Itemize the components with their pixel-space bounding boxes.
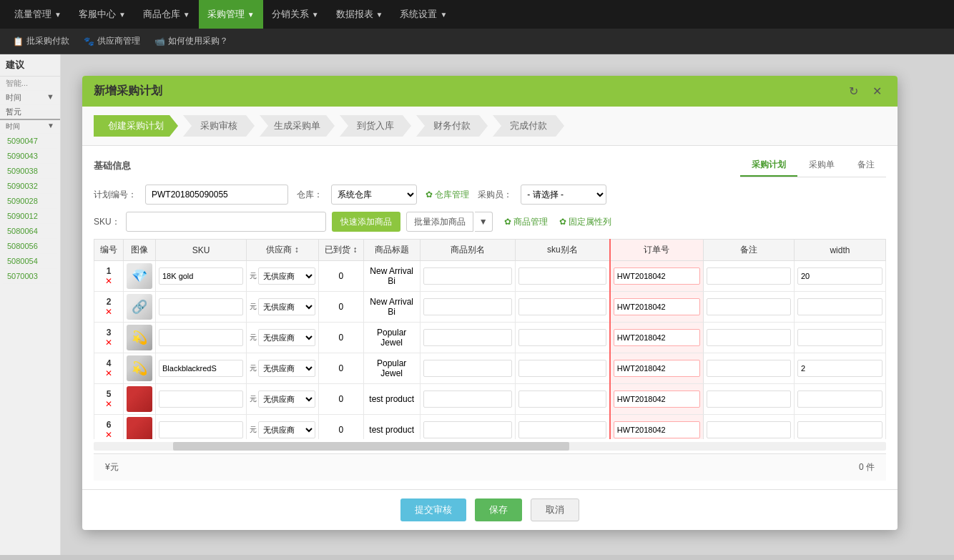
supplier-select[interactable]: 无供应商 (258, 360, 315, 377)
cell-alias[interactable] (420, 415, 515, 440)
order-no-field[interactable] (614, 267, 700, 285)
subnav-item-payment[interactable]: 📋 批采购付款 (6, 29, 77, 54)
cell-alias[interactable] (420, 261, 515, 292)
sku-alias-field[interactable] (518, 360, 606, 377)
order-no-field[interactable] (614, 360, 700, 377)
cell-supplier[interactable]: 元无供应商 (247, 415, 319, 440)
cell-alias[interactable] (420, 323, 515, 353)
cell-remark[interactable] (703, 353, 794, 384)
width-field[interactable] (797, 329, 882, 346)
nav-item-purchase[interactable]: 采购管理 ▼ (199, 0, 263, 29)
cell-alias[interactable] (420, 292, 515, 323)
cell-width[interactable] (794, 415, 885, 440)
remark-field[interactable] (707, 360, 791, 377)
cell-remark[interactable] (703, 261, 794, 292)
close-button[interactable]: ✕ (868, 83, 886, 99)
sidebar-id[interactable]: 5090047 (7, 137, 38, 145)
buyer-select[interactable]: - 请选择 - (521, 185, 606, 205)
horizontal-scrollbar[interactable] (94, 442, 886, 451)
sku-alias-field[interactable] (518, 298, 606, 315)
tab-备注[interactable]: 备注 (846, 154, 886, 177)
supplier-select[interactable]: 无供应商 (258, 298, 315, 315)
sidebar-id[interactable]: 5090012 (7, 212, 38, 220)
step-1[interactable]: 采购审核 (183, 115, 255, 137)
product-mgmt-button[interactable]: ✿ 商品管理 (504, 216, 548, 228)
tab-采购单[interactable]: 采购单 (797, 154, 846, 177)
supplier-select[interactable]: 无供应商 (258, 329, 315, 346)
order-no-field[interactable] (614, 298, 700, 315)
remark-field[interactable] (707, 329, 791, 346)
sidebar-id[interactable]: 5080064 (7, 227, 38, 235)
cell-sku-alias[interactable] (516, 323, 610, 353)
refresh-button[interactable]: ↻ (845, 83, 862, 99)
sidebar-id[interactable]: 5090032 (7, 182, 38, 190)
cell-width[interactable] (794, 384, 885, 415)
sidebar-id[interactable]: 5090038 (7, 167, 38, 175)
quick-add-button[interactable]: 快速添加商品 (332, 212, 400, 232)
order-no-field[interactable] (614, 421, 700, 438)
sku-alias-field[interactable] (518, 421, 606, 438)
cell-sku[interactable] (156, 323, 247, 353)
width-field[interactable] (797, 267, 882, 285)
cell-width[interactable] (794, 323, 885, 353)
cell-order-no[interactable] (610, 384, 704, 415)
cell-alias[interactable] (420, 353, 515, 384)
supplier-select[interactable]: 无供应商 (258, 421, 315, 438)
cell-width[interactable] (794, 292, 885, 323)
delete-row-icon[interactable]: ✕ (97, 399, 120, 409)
batch-add-dropdown[interactable]: ▼ (475, 212, 493, 232)
save-button[interactable]: 保存 (475, 498, 522, 521)
step-3[interactable]: 到货入库 (340, 115, 411, 137)
cell-remark[interactable] (703, 292, 794, 323)
warehouse-select[interactable]: 系统仓库 (331, 185, 417, 205)
sku-input[interactable] (126, 212, 326, 232)
cell-supplier[interactable]: 元无供应商 (247, 292, 319, 323)
tab-采购计划[interactable]: 采购计划 (740, 154, 797, 177)
cell-sku[interactable] (156, 384, 247, 415)
remark-field[interactable] (707, 267, 791, 285)
alias-field[interactable] (423, 329, 512, 346)
sidebar-id[interactable]: 5080054 (7, 257, 38, 265)
width-field[interactable] (797, 360, 882, 377)
alias-field[interactable] (423, 390, 512, 408)
order-no-field[interactable] (614, 329, 700, 346)
nav-item-customer[interactable]: 客服中心 ▼ (70, 0, 134, 29)
cell-remark[interactable] (703, 323, 794, 353)
sku-field[interactable] (159, 390, 243, 408)
delete-row-icon[interactable]: ✕ (97, 338, 120, 348)
alias-field[interactable] (423, 267, 512, 285)
sku-alias-field[interactable] (518, 267, 606, 285)
delete-row-icon[interactable]: ✕ (97, 276, 120, 286)
cell-order-no[interactable] (610, 323, 704, 353)
warehouse-mgmt-button[interactable]: ✿ 仓库管理 (426, 189, 469, 201)
sidebar-id[interactable]: 5090043 (7, 152, 38, 160)
cell-sku[interactable] (156, 292, 247, 323)
cell-sku[interactable] (156, 353, 247, 384)
cell-sku-alias[interactable] (516, 353, 610, 384)
supplier-select[interactable]: 无供应商 (258, 267, 315, 285)
sku-alias-field[interactable] (518, 329, 606, 346)
width-field[interactable] (797, 298, 882, 315)
cell-supplier[interactable]: 元无供应商 (247, 353, 319, 384)
cell-sku[interactable] (156, 261, 247, 292)
remark-field[interactable] (707, 421, 791, 438)
order-no-field[interactable] (614, 390, 700, 408)
subnav-item-howto[interactable]: 📹 如何使用采购？ (147, 29, 235, 54)
cell-sku-alias[interactable] (516, 261, 610, 292)
submit-button[interactable]: 提交审核 (400, 498, 466, 521)
cell-sku-alias[interactable] (516, 292, 610, 323)
cell-supplier[interactable]: 元无供应商 (247, 384, 319, 415)
sidebar-id[interactable]: 5080056 (7, 242, 38, 250)
cell-supplier[interactable]: 元无供应商 (247, 261, 319, 292)
step-0[interactable]: 创建采购计划 (94, 115, 178, 137)
cell-remark[interactable] (703, 415, 794, 440)
cell-supplier[interactable]: 元无供应商 (247, 323, 319, 353)
cell-width[interactable] (794, 261, 885, 292)
cell-sku[interactable] (156, 415, 247, 440)
sidebar-id[interactable]: 5090028 (7, 197, 38, 205)
nav-item-traffic[interactable]: 流量管理 ▼ (6, 0, 70, 29)
sidebar-id[interactable]: 5070003 (7, 272, 38, 280)
width-field[interactable] (797, 421, 882, 438)
sku-alias-field[interactable] (518, 390, 606, 408)
sku-field[interactable] (159, 267, 243, 285)
